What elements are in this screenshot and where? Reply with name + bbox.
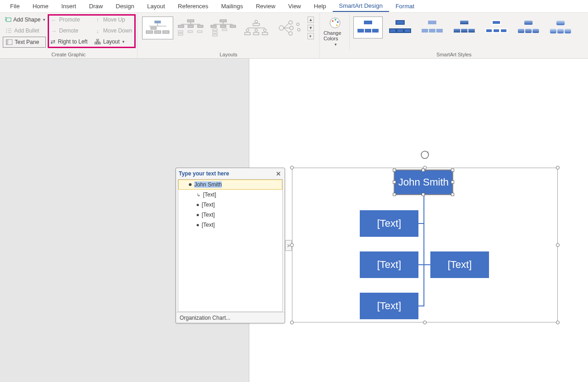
tab-format[interactable]: Format: [389, 1, 421, 11]
text-pane-item[interactable]: [Text]: [178, 200, 282, 210]
layout-button[interactable]: Layout ▾: [92, 37, 134, 47]
tab-smartart-design[interactable]: SmartArt Design: [333, 0, 389, 12]
tab-help[interactable]: Help: [308, 1, 333, 11]
style-option-4[interactable]: [450, 16, 479, 38]
gallery-up-button[interactable]: ▲: [308, 16, 314, 23]
svg-rect-73: [397, 29, 403, 33]
gallery-more-button[interactable]: ▾: [308, 33, 314, 39]
move-down-button[interactable]: ↓ Move Down: [92, 26, 134, 36]
rotate-handle[interactable]: [420, 150, 430, 160]
group-smartart-styles: Change Colors ▾ SmartArt Styles: [320, 13, 588, 58]
selection-handle[interactable]: [290, 243, 294, 247]
svg-line-54: [284, 23, 289, 28]
promote-button[interactable]: ← Promote: [48, 15, 90, 25]
smartart-node[interactable]: [Text]: [360, 293, 418, 319]
connector-line: [418, 223, 424, 224]
svg-rect-0: [6, 18, 11, 22]
svg-point-7: [6, 32, 7, 33]
node-handle[interactable]: [451, 180, 454, 184]
smartart-text-pane[interactable]: Type your text here ✕ John Smith ↳ [Text…: [176, 168, 285, 323]
smartart-node-root[interactable]: John Smith: [394, 169, 453, 195]
node-handle[interactable]: [393, 180, 396, 184]
ribbon: Add Shape ▾ Add Bullet Text Pane: [0, 13, 588, 59]
style-option-7[interactable]: [546, 16, 575, 38]
right-to-left-button[interactable]: ⇄ Right to Left: [48, 37, 90, 47]
add-shape-button[interactable]: Add Shape ▾: [3, 15, 46, 25]
add-shape-icon: [5, 16, 11, 23]
node-label: [Text]: [377, 259, 401, 271]
smartart-node[interactable]: [Text]: [430, 251, 489, 278]
layout-option-2[interactable]: [175, 16, 206, 39]
svg-rect-43: [222, 29, 227, 31]
tab-insert[interactable]: Insert: [55, 1, 83, 11]
layout-option-4[interactable]: [241, 16, 272, 39]
tab-references[interactable]: References: [171, 1, 214, 11]
node-handle[interactable]: [393, 193, 396, 196]
add-bullet-button[interactable]: Add Bullet: [3, 26, 46, 36]
svg-point-3: [6, 28, 7, 29]
svg-rect-87: [524, 21, 533, 25]
selection-handle[interactable]: [556, 243, 560, 247]
node-handle[interactable]: [422, 169, 425, 172]
text-pane-footer[interactable]: Organization Chart...: [176, 312, 285, 323]
svg-rect-33: [198, 31, 202, 33]
selection-handle[interactable]: [556, 321, 560, 324]
tab-review[interactable]: Review: [249, 1, 282, 11]
tab-draw[interactable]: Draw: [82, 1, 109, 11]
svg-point-58: [290, 26, 293, 30]
move-up-button[interactable]: ↑ Move Up: [92, 15, 134, 25]
text-pane-body[interactable]: John Smith ↳ [Text] [Text] [Text] [Text]: [178, 179, 283, 312]
tab-view[interactable]: View: [282, 1, 308, 11]
tab-mailings[interactable]: Mailings: [215, 1, 250, 11]
style-option-5[interactable]: [482, 16, 511, 38]
text-pane-item[interactable]: [Text]: [178, 220, 282, 230]
style-option-3[interactable]: [418, 16, 447, 38]
node-handle[interactable]: [451, 193, 454, 196]
tab-home[interactable]: Home: [26, 1, 55, 11]
smartart-node[interactable]: [Text]: [360, 210, 418, 237]
group-label-layouts: Layouts: [137, 52, 319, 57]
svg-rect-85: [493, 29, 500, 33]
svg-rect-14: [94, 43, 96, 44]
text-pane-button[interactable]: Text Pane: [3, 37, 46, 48]
node-handle[interactable]: [393, 169, 396, 172]
text-pane-item-root[interactable]: John Smith: [178, 180, 282, 190]
node-handle[interactable]: [422, 193, 425, 196]
svg-rect-37: [211, 25, 216, 27]
svg-rect-21: [154, 31, 161, 33]
svg-rect-51: [253, 33, 259, 35]
svg-rect-79: [460, 21, 468, 24]
text-pane-item[interactable]: [Text]: [178, 210, 282, 220]
selection-handle[interactable]: [556, 166, 560, 169]
style-option-6[interactable]: [514, 16, 543, 38]
tab-file[interactable]: File: [4, 1, 26, 11]
layout-option-3[interactable]: [208, 16, 239, 39]
smartart-node[interactable]: [Text]: [360, 251, 418, 278]
demote-button[interactable]: → Demote: [48, 26, 90, 36]
node-handle[interactable]: [451, 169, 454, 172]
tab-layout[interactable]: Layout: [141, 1, 171, 11]
layout-option-1[interactable]: [142, 16, 173, 39]
smartart-container[interactable]: John Smith [Text] [Text] [Text] [Text]: [292, 168, 558, 322]
svg-rect-93: [557, 29, 564, 33]
svg-rect-78: [436, 29, 443, 33]
style-option-2[interactable]: [385, 16, 415, 38]
text-pane-item-label: [Text]: [202, 202, 215, 208]
connector-line: [418, 306, 424, 306]
tab-design[interactable]: Design: [110, 1, 141, 11]
close-icon[interactable]: ✕: [275, 170, 282, 177]
gallery-down-button[interactable]: ▼: [308, 25, 314, 31]
selection-handle[interactable]: [290, 166, 294, 169]
change-colors-label: Change Colors: [324, 30, 346, 41]
svg-rect-20: [146, 31, 153, 33]
svg-rect-92: [550, 29, 556, 33]
text-pane-item[interactable]: ↳ [Text]: [178, 190, 282, 200]
svg-point-5: [6, 30, 7, 31]
selection-handle[interactable]: [423, 321, 427, 324]
change-colors-button[interactable]: Change Colors ▾: [323, 15, 347, 49]
selection-handle[interactable]: [290, 321, 294, 324]
layout-option-5[interactable]: [274, 16, 305, 39]
group-layouts: ▲ ▼ ▾ Layouts: [137, 13, 320, 58]
style-option-1[interactable]: [353, 16, 383, 38]
arrow-down-icon: ↓: [94, 27, 101, 34]
